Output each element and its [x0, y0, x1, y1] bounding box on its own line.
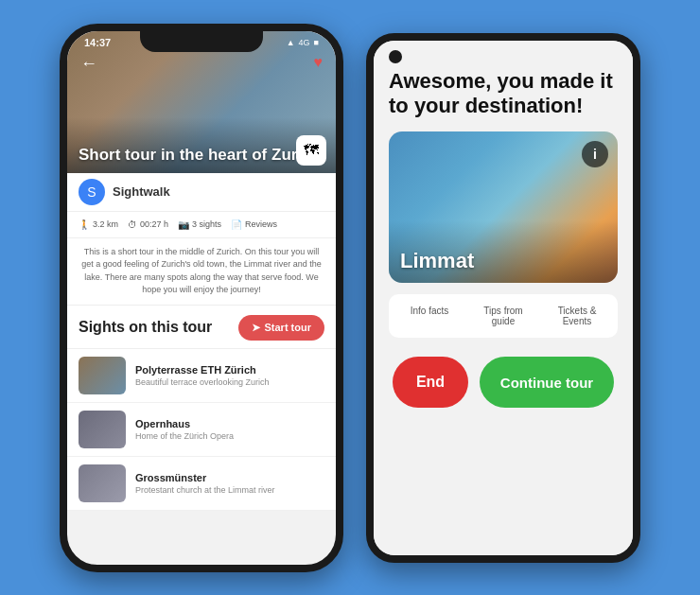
sight-name: Polyterrasse ETH Zürich	[135, 364, 270, 376]
end-tour-button[interactable]: End	[393, 357, 468, 408]
phone2: Awesome, you made it to your destination…	[366, 33, 640, 563]
favorite-button[interactable]: ♥	[314, 54, 324, 71]
walk-icon: 🚶	[79, 219, 90, 230]
stats-bar: 🚶 3.2 km ⏱ 00:27 h 📷 3 sights 📄 Reviews	[67, 212, 336, 238]
sight-desc: Home of the Zürich Opera	[135, 431, 234, 441]
reviews-label: Reviews	[245, 219, 277, 229]
status-icons: ▲ 4G ■	[287, 38, 319, 47]
stat-distance: 🚶 3.2 km	[79, 219, 118, 230]
phone1: 14:37 ▲ 4G ■ ← ♥ Short tour in the heart…	[60, 24, 343, 572]
phone1-hero: 14:37 ▲ 4G ■ ← ♥ Short tour in the heart…	[67, 31, 336, 173]
sight-info: Polyterrasse ETH Zürich Beautiful terrac…	[135, 364, 270, 387]
list-item[interactable]: Opernhaus Home of the Zürich Opera	[67, 403, 336, 457]
clock-icon: ⏱	[128, 219, 137, 230]
destination-card: i Limmat	[389, 131, 618, 283]
stat-reviews[interactable]: 📄 Reviews	[231, 219, 277, 230]
time-value: 00:27 h	[140, 219, 168, 229]
sight-info: Opernhaus Home of the Zürich Opera	[135, 418, 234, 441]
destination-overlay: Limmat	[389, 220, 618, 283]
signal-icon: ▲	[287, 38, 295, 47]
sight-thumbnail	[79, 357, 126, 394]
destination-headline: Awesome, you made it to your destination…	[389, 69, 618, 119]
battery-icon: ■	[314, 38, 319, 47]
tab-tips[interactable]: Tips from guide	[468, 300, 538, 332]
phone1-notch	[140, 31, 263, 52]
sights-list: Polyterrasse ETH Zürich Beautiful terrac…	[67, 349, 336, 511]
network-icon: 4G	[299, 38, 310, 47]
brand-icon: S	[79, 179, 105, 205]
sight-name: Grossmünster	[135, 472, 275, 483]
sight-desc: Beautiful terrace overlooking Zurich	[135, 377, 270, 387]
tab-tickets[interactable]: Tickets & Events	[542, 300, 612, 332]
info-tabs: Info facts Tips from guide Tickets & Eve…	[389, 294, 618, 338]
start-tour-label: Start tour	[265, 322, 312, 333]
continue-tour-button[interactable]: Continue tour	[480, 357, 614, 408]
sight-thumbnail	[79, 411, 126, 448]
brand-name: Sightwalk	[113, 184, 170, 199]
start-tour-button[interactable]: ➤ Start tour	[238, 315, 325, 341]
distance-value: 3.2 km	[93, 219, 118, 229]
phone2-content: Awesome, you made it to your destination…	[374, 41, 633, 555]
brand-bar: S Sightwalk	[67, 173, 336, 212]
sights-header: Sights on this tour ➤ Start tour	[67, 306, 336, 349]
tour-description: This is a short tour in the middle of Zu…	[67, 238, 336, 306]
list-item[interactable]: Grossmünster Protestant church at the Li…	[67, 457, 336, 511]
sights-title: Sights on this tour	[79, 319, 212, 336]
sight-thumbnail	[79, 464, 126, 502]
review-icon: 📄	[231, 219, 242, 230]
navigation-icon: ➤	[252, 322, 260, 334]
action-buttons: End Continue tour	[389, 357, 618, 408]
stat-sights: 📷 3 sights	[178, 219, 221, 230]
map-icon[interactable]: 🗺	[296, 135, 326, 166]
sight-desc: Protestant church at the Limmat river	[135, 485, 275, 495]
sight-info: Grossmünster Protestant church at the Li…	[135, 472, 275, 495]
tab-info-facts[interactable]: Info facts	[394, 300, 464, 332]
tour-title: Short tour in the heart of Zurich	[79, 146, 324, 165]
camera-icon: 📷	[178, 219, 189, 230]
list-item[interactable]: Polyterrasse ETH Zürich Beautiful terrac…	[67, 349, 336, 403]
status-time: 14:37	[84, 37, 111, 48]
sights-value: 3 sights	[192, 219, 221, 229]
stat-time: ⏱ 00:27 h	[128, 219, 168, 230]
back-button[interactable]: ←	[80, 54, 97, 74]
camera-punch-hole	[389, 50, 402, 63]
sight-name: Opernhaus	[135, 418, 234, 429]
destination-name: Limmat	[400, 249, 606, 273]
